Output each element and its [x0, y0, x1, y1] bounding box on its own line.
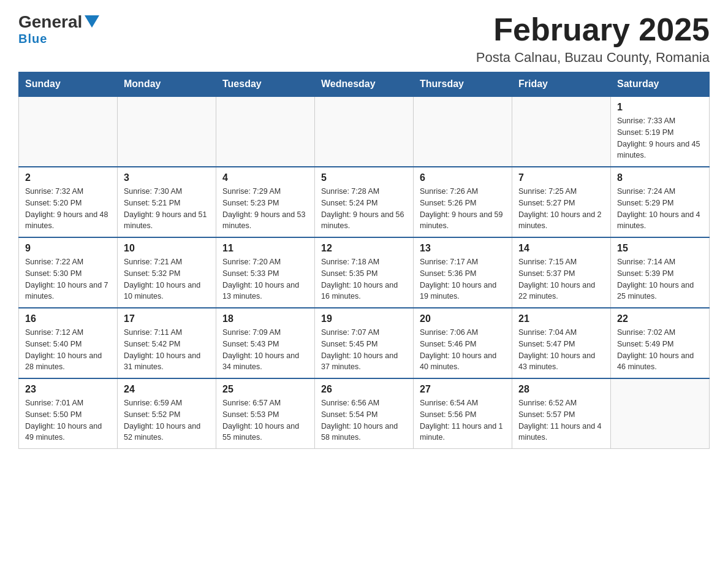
day-number: 22	[617, 313, 703, 324]
day-info: Sunrise: 6:57 AMSunset: 5:53 PMDaylight:…	[222, 397, 308, 443]
calendar-cell: 11Sunrise: 7:20 AMSunset: 5:33 PMDayligh…	[216, 237, 315, 308]
day-info: Sunrise: 7:01 AMSunset: 5:50 PMDaylight:…	[25, 397, 111, 443]
day-number: 5	[321, 172, 407, 183]
day-number: 27	[420, 384, 506, 395]
day-info: Sunrise: 7:26 AMSunset: 5:26 PMDaylight:…	[420, 186, 506, 232]
day-info: Sunrise: 7:11 AMSunset: 5:42 PMDaylight:…	[124, 327, 210, 373]
calendar-cell: 26Sunrise: 6:56 AMSunset: 5:54 PMDayligh…	[315, 378, 414, 449]
day-number: 8	[617, 172, 703, 183]
day-info: Sunrise: 7:09 AMSunset: 5:43 PMDaylight:…	[222, 327, 308, 373]
weekday-header-saturday: Saturday	[611, 72, 710, 97]
weekday-header-wednesday: Wednesday	[315, 72, 414, 97]
day-info: Sunrise: 7:02 AMSunset: 5:49 PMDaylight:…	[617, 327, 703, 373]
calendar-week-5: 23Sunrise: 7:01 AMSunset: 5:50 PMDayligh…	[19, 378, 710, 449]
day-info: Sunrise: 7:07 AMSunset: 5:45 PMDaylight:…	[321, 327, 407, 373]
day-number: 17	[124, 313, 210, 324]
calendar-cell: 6Sunrise: 7:26 AMSunset: 5:26 PMDaylight…	[414, 167, 512, 237]
day-number: 13	[420, 243, 506, 254]
day-number: 15	[617, 243, 703, 254]
day-number: 6	[420, 172, 506, 183]
calendar-cell: 18Sunrise: 7:09 AMSunset: 5:43 PMDayligh…	[216, 308, 315, 378]
calendar-cell: 21Sunrise: 7:04 AMSunset: 5:47 PMDayligh…	[512, 308, 611, 378]
day-number: 14	[518, 243, 604, 254]
day-number: 21	[518, 313, 604, 324]
day-info: Sunrise: 6:52 AMSunset: 5:57 PMDaylight:…	[518, 397, 604, 443]
calendar-cell: 3Sunrise: 7:30 AMSunset: 5:21 PMDaylight…	[118, 167, 216, 237]
weekday-header-monday: Monday	[118, 72, 216, 97]
day-number: 9	[25, 243, 111, 254]
calendar-cell: 2Sunrise: 7:32 AMSunset: 5:20 PMDaylight…	[19, 167, 118, 237]
calendar-cell	[19, 96, 118, 167]
calendar-cell	[315, 96, 414, 167]
calendar-cell: 19Sunrise: 7:07 AMSunset: 5:45 PMDayligh…	[315, 308, 414, 378]
month-title: February 2025	[476, 12, 710, 47]
calendar-table: SundayMondayTuesdayWednesdayThursdayFrid…	[18, 72, 710, 449]
calendar-cell: 4Sunrise: 7:29 AMSunset: 5:23 PMDaylight…	[216, 167, 315, 237]
calendar-cell: 24Sunrise: 6:59 AMSunset: 5:52 PMDayligh…	[118, 378, 216, 449]
day-number: 3	[124, 172, 210, 183]
logo-text: General	[18, 12, 99, 32]
day-info: Sunrise: 7:25 AMSunset: 5:27 PMDaylight:…	[518, 186, 604, 232]
day-number: 19	[321, 313, 407, 324]
logo: General Blue	[18, 12, 99, 46]
day-info: Sunrise: 6:59 AMSunset: 5:52 PMDaylight:…	[124, 397, 210, 443]
calendar-cell: 20Sunrise: 7:06 AMSunset: 5:46 PMDayligh…	[414, 308, 512, 378]
day-number: 1	[617, 102, 703, 113]
day-info: Sunrise: 7:29 AMSunset: 5:23 PMDaylight:…	[222, 186, 308, 232]
day-info: Sunrise: 7:17 AMSunset: 5:36 PMDaylight:…	[420, 256, 506, 302]
location: Posta Calnau, Buzau County, Romania	[476, 50, 710, 66]
day-info: Sunrise: 7:32 AMSunset: 5:20 PMDaylight:…	[25, 186, 111, 232]
day-number: 18	[222, 313, 308, 324]
calendar-week-4: 16Sunrise: 7:12 AMSunset: 5:40 PMDayligh…	[19, 308, 710, 378]
day-info: Sunrise: 7:24 AMSunset: 5:29 PMDaylight:…	[617, 186, 703, 232]
day-info: Sunrise: 7:15 AMSunset: 5:37 PMDaylight:…	[518, 256, 604, 302]
calendar-cell	[512, 96, 611, 167]
day-number: 26	[321, 384, 407, 395]
day-number: 23	[25, 384, 111, 395]
day-info: Sunrise: 7:21 AMSunset: 5:32 PMDaylight:…	[124, 256, 210, 302]
day-info: Sunrise: 7:20 AMSunset: 5:33 PMDaylight:…	[222, 256, 308, 302]
page-header: General Blue February 2025 Posta Calnau,…	[18, 12, 710, 66]
calendar-week-1: 1Sunrise: 7:33 AMSunset: 5:19 PMDaylight…	[19, 96, 710, 167]
day-info: Sunrise: 7:28 AMSunset: 5:24 PMDaylight:…	[321, 186, 407, 232]
day-info: Sunrise: 7:12 AMSunset: 5:40 PMDaylight:…	[25, 327, 111, 373]
calendar-cell: 15Sunrise: 7:14 AMSunset: 5:39 PMDayligh…	[611, 237, 710, 308]
day-info: Sunrise: 7:33 AMSunset: 5:19 PMDaylight:…	[617, 115, 703, 161]
day-info: Sunrise: 7:18 AMSunset: 5:35 PMDaylight:…	[321, 256, 407, 302]
day-number: 16	[25, 313, 111, 324]
logo-general: General	[18, 12, 82, 32]
logo-blue: Blue	[18, 32, 47, 45]
day-number: 20	[420, 313, 506, 324]
day-info: Sunrise: 7:04 AMSunset: 5:47 PMDaylight:…	[518, 327, 604, 373]
calendar-week-3: 9Sunrise: 7:22 AMSunset: 5:30 PMDaylight…	[19, 237, 710, 308]
logo-arrow-icon	[85, 15, 99, 28]
calendar-cell: 1Sunrise: 7:33 AMSunset: 5:19 PMDaylight…	[611, 96, 710, 167]
day-info: Sunrise: 6:56 AMSunset: 5:54 PMDaylight:…	[321, 397, 407, 443]
calendar-cell: 28Sunrise: 6:52 AMSunset: 5:57 PMDayligh…	[512, 378, 611, 449]
calendar-cell: 25Sunrise: 6:57 AMSunset: 5:53 PMDayligh…	[216, 378, 315, 449]
calendar-cell: 16Sunrise: 7:12 AMSunset: 5:40 PMDayligh…	[19, 308, 118, 378]
calendar-cell	[118, 96, 216, 167]
weekday-header-friday: Friday	[512, 72, 611, 97]
day-number: 11	[222, 243, 308, 254]
calendar-cell: 17Sunrise: 7:11 AMSunset: 5:42 PMDayligh…	[118, 308, 216, 378]
calendar-cell: 12Sunrise: 7:18 AMSunset: 5:35 PMDayligh…	[315, 237, 414, 308]
day-number: 7	[518, 172, 604, 183]
calendar-cell: 5Sunrise: 7:28 AMSunset: 5:24 PMDaylight…	[315, 167, 414, 237]
logo-blue-text: Blue	[18, 32, 47, 46]
day-number: 28	[518, 384, 604, 395]
calendar-cell: 27Sunrise: 6:54 AMSunset: 5:56 PMDayligh…	[414, 378, 512, 449]
calendar-cell: 10Sunrise: 7:21 AMSunset: 5:32 PMDayligh…	[118, 237, 216, 308]
day-number: 25	[222, 384, 308, 395]
day-number: 2	[25, 172, 111, 183]
day-info: Sunrise: 7:22 AMSunset: 5:30 PMDaylight:…	[25, 256, 111, 302]
day-number: 4	[222, 172, 308, 183]
day-info: Sunrise: 7:06 AMSunset: 5:46 PMDaylight:…	[420, 327, 506, 373]
calendar-cell: 8Sunrise: 7:24 AMSunset: 5:29 PMDaylight…	[611, 167, 710, 237]
weekday-header-tuesday: Tuesday	[216, 72, 315, 97]
calendar-cell	[216, 96, 315, 167]
day-number: 12	[321, 243, 407, 254]
calendar-week-2: 2Sunrise: 7:32 AMSunset: 5:20 PMDaylight…	[19, 167, 710, 237]
calendar-cell: 23Sunrise: 7:01 AMSunset: 5:50 PMDayligh…	[19, 378, 118, 449]
day-info: Sunrise: 7:30 AMSunset: 5:21 PMDaylight:…	[124, 186, 210, 232]
